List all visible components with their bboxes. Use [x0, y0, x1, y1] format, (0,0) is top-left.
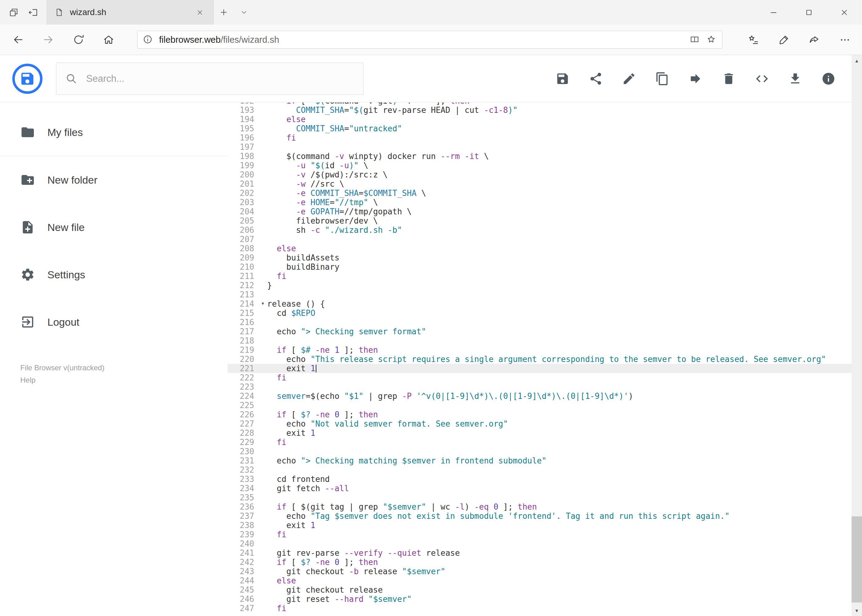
new-tab-button[interactable] [214, 0, 234, 25]
code-line[interactable]: 220 echo "This release script requires a… [228, 355, 862, 364]
code-text[interactable]: git reset --hard "$semver" [258, 594, 412, 604]
code-line[interactable]: 216 [228, 318, 862, 327]
search-input[interactable] [85, 73, 355, 85]
forward-button[interactable] [33, 25, 63, 55]
site-info-icon[interactable] [142, 34, 154, 45]
code-line[interactable]: 207 [228, 235, 862, 244]
code-text[interactable] [258, 382, 267, 391]
code-text[interactable]: fi [258, 133, 296, 142]
code-text[interactable]: if [ $(git tag | grep "$semver" | wc -l)… [258, 502, 537, 511]
rename-button[interactable] [622, 72, 636, 86]
code-text[interactable]: echo "Not valid semver format. See semve… [258, 419, 508, 428]
code-text[interactable] [258, 318, 267, 327]
code-line[interactable]: 212} [228, 281, 862, 290]
scroll-down-arrow-icon[interactable]: ▼ [851, 605, 862, 616]
code-line[interactable]: 192 if [ "$(command -v git)" != "" ]; th… [228, 102, 862, 105]
sidebar-item-logout[interactable]: Logout [0, 298, 228, 346]
code-line[interactable]: 208 else [228, 244, 862, 253]
home-button[interactable] [93, 25, 124, 55]
code-line[interactable]: 232 [228, 465, 862, 475]
share-button[interactable] [589, 72, 603, 86]
share-page-button[interactable] [799, 25, 830, 55]
set-tabs-aside-button[interactable] [24, 0, 43, 25]
code-text[interactable] [258, 336, 267, 346]
code-text[interactable]: if [ $? -ne 0 ]; then [258, 558, 378, 567]
refresh-button[interactable] [63, 25, 93, 55]
raw-view-button[interactable] [755, 72, 769, 86]
code-text[interactable] [258, 290, 267, 299]
maximize-button[interactable] [791, 0, 827, 25]
code-text[interactable] [258, 142, 267, 152]
page-scrollbar[interactable]: ▲ ▼ [851, 55, 862, 616]
more-options-button[interactable] [830, 25, 860, 55]
scroll-up-arrow-icon[interactable]: ▲ [851, 55, 862, 66]
code-text[interactable]: -w //src \ [258, 179, 344, 189]
code-line[interactable]: 238 exit 1 [228, 521, 862, 530]
code-text[interactable]: git fetch --all [258, 484, 349, 493]
code-text[interactable]: -e HOME="//tmp" \ [258, 198, 378, 207]
code-line[interactable]: 211 fi [228, 272, 862, 281]
code-text[interactable]: buildAssets [258, 253, 339, 262]
sidebar-item-new-folder[interactable]: New folder [0, 156, 228, 204]
code-line[interactable]: 247 fi [228, 604, 862, 613]
code-line[interactable]: 210 buildBinary [228, 262, 862, 272]
info-button[interactable] [821, 72, 835, 86]
code-line[interactable]: 206 sh -c "./wizard.sh -b" [228, 225, 862, 235]
code-line[interactable]: 233 cd frontend [228, 475, 862, 484]
code-line[interactable]: 222 fi [228, 373, 862, 382]
address-bar[interactable]: filebrowser.web/files/wizard.sh [137, 31, 722, 49]
code-line[interactable]: 213 [228, 290, 862, 299]
code-text[interactable]: filebrowser/dev \ [258, 216, 378, 225]
code-text[interactable]: COMMIT_SHA="$(git rev-parse HEAD | cut -… [258, 105, 518, 115]
code-line[interactable]: 199 -u "$(id -u)" \ [228, 161, 862, 170]
code-line[interactable]: 236 if [ $(git tag | grep "$semver" | wc… [228, 502, 862, 511]
code-text[interactable] [258, 465, 267, 475]
code-line[interactable]: 245 git checkout release [228, 585, 862, 594]
code-line[interactable]: 196 fi [228, 133, 862, 142]
save-button[interactable] [555, 72, 570, 86]
browser-tab[interactable]: wizard.sh [47, 0, 214, 25]
code-line[interactable]: 197 [228, 142, 862, 152]
code-text[interactable]: -v /$(pwd):/src:z \ [258, 170, 388, 179]
code-text[interactable]: release () { [258, 299, 325, 308]
scrollbar-thumb[interactable] [851, 516, 862, 602]
code-line[interactable]: 193 COMMIT_SHA="$(git rev-parse HEAD | c… [228, 105, 862, 115]
code-text[interactable]: if [ "$(command -v git)" != "" ]; then [258, 102, 470, 105]
code-line[interactable]: 219 if [ $# -ne 1 ]; then [228, 346, 862, 355]
code-line[interactable]: 234 git fetch --all [228, 484, 862, 493]
code-line[interactable]: 243 git checkout -b release "$semver" [228, 567, 862, 576]
copy-button[interactable] [655, 72, 669, 86]
code-text[interactable]: exit 1 [258, 428, 315, 438]
sidebar-item-my-files[interactable]: My files [0, 108, 228, 156]
code-line[interactable]: 239 fi [228, 530, 862, 539]
code-line[interactable]: 227 echo "Not valid semver format. See s… [228, 419, 862, 428]
code-text[interactable]: echo "Tag $semver does not exist in subm… [258, 511, 730, 521]
delete-button[interactable] [722, 72, 736, 86]
code-line[interactable]: 231 echo "> Checking matching $semver in… [228, 456, 862, 465]
code-line[interactable]: 244 else [228, 576, 862, 585]
filebrowser-logo[interactable] [12, 64, 43, 94]
code-editor[interactable]: 192 if [ "$(command -v git)" != "" ]; th… [228, 102, 862, 616]
code-line[interactable]: 215 cd $REPO [228, 308, 862, 318]
sidebar-item-settings[interactable]: Settings [0, 251, 228, 298]
code-text[interactable]: else [258, 115, 306, 124]
annotate-button[interactable] [769, 25, 799, 55]
code-line[interactable]: 194 else [228, 115, 862, 124]
code-text[interactable]: fi [258, 373, 287, 382]
code-line[interactable]: 209 buildAssets [228, 253, 862, 262]
code-text[interactable]: echo "> Checking semver format" [258, 327, 426, 336]
code-line[interactable]: 225 [228, 401, 862, 410]
minimize-button[interactable] [756, 0, 791, 25]
code-line[interactable]: 223 [228, 382, 862, 391]
code-line[interactable]: 218 [228, 336, 862, 346]
code-text[interactable]: buildBinary [258, 262, 339, 272]
code-text[interactable]: exit 1 [258, 364, 316, 373]
code-line[interactable]: 195 COMMIT_SHA="untracked" [228, 124, 862, 133]
code-text[interactable]: COMMIT_SHA="untracked" [258, 124, 402, 133]
code-line[interactable]: 226 if [ $? -ne 0 ]; then [228, 410, 862, 419]
code-text[interactable] [258, 447, 267, 456]
code-text[interactable]: git rev-parse --verify --quiet release [258, 548, 460, 558]
code-line[interactable]: 240 [228, 539, 862, 548]
code-text[interactable]: } [258, 281, 272, 290]
code-line[interactable]: 246 git reset --hard "$semver" [228, 594, 862, 604]
